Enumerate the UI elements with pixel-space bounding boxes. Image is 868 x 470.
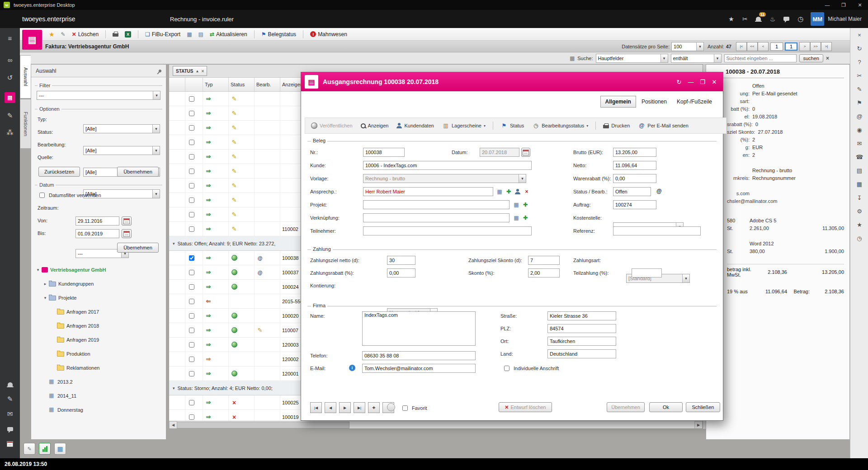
group-collapse-icon[interactable]: ▾ — [173, 386, 175, 390]
brutto-input[interactable] — [613, 148, 656, 157]
window-maximize-button[interactable]: ❐ — [835, 0, 852, 10]
right-rail-icon[interactable]: × — [850, 28, 868, 42]
right-rail-icon[interactable]: ✂ — [850, 69, 868, 82]
menu-icon[interactable]: ≡ — [0, 32, 20, 44]
page-input[interactable] — [785, 42, 797, 51]
row-checkbox[interactable] — [189, 197, 194, 203]
filter-select[interactable]: --- — [37, 91, 160, 100]
horizontal-scrollbar[interactable]: ◀ ▶ — [169, 421, 703, 428]
chat-icon[interactable] — [783, 16, 789, 22]
tab-auswahl[interactable]: Auswahl — [20, 55, 31, 99]
info-icon[interactable]: i — [349, 365, 355, 371]
next-page-button[interactable]: > — [799, 42, 810, 51]
row-checkbox[interactable] — [189, 313, 194, 319]
calendar-icon[interactable] — [0, 437, 20, 450]
right-rail-icon[interactable]: ↻ — [850, 42, 868, 55]
scroll-thumb[interactable] — [177, 422, 349, 428]
warenrabatt-input[interactable] — [613, 174, 656, 183]
belegstatus-button[interactable]: ⚑Belegstatus — [259, 30, 298, 38]
history-icon[interactable]: ↺ — [0, 71, 20, 84]
von-input[interactable] — [75, 216, 119, 226]
faktura-rail-icon[interactable]: ▤ — [0, 91, 20, 104]
status-button[interactable]: ⚑Status — [497, 121, 527, 131]
delete-draft-button[interactable]: ✕ Entwurf löschen — [499, 402, 552, 412]
fast-next-page-button[interactable]: >> — [810, 42, 821, 51]
header-typ[interactable]: Typ — [203, 78, 229, 91]
processing-status-button[interactable]: ◷Bearbeitungsstatus▾ — [529, 121, 591, 131]
window-minimize-button[interactable]: — — [819, 0, 835, 10]
netto-input[interactable] — [613, 161, 656, 170]
individual-address-checkbox[interactable] — [504, 366, 509, 371]
row-checkbox[interactable] — [189, 255, 194, 261]
row-checkbox[interactable] — [189, 96, 194, 102]
publish-button[interactable]: Veröffentlichen — [308, 121, 356, 130]
rail-bell-icon[interactable] — [0, 378, 20, 390]
nr-input[interactable] — [363, 148, 405, 157]
chart-view-button[interactable] — [39, 443, 51, 455]
delete-button[interactable]: ✕Löschen — [70, 30, 100, 38]
row-checkbox[interactable] — [189, 270, 194, 275]
favorit-checkbox[interactable] — [402, 405, 408, 411]
expander-icon[interactable]: ▾ — [35, 268, 41, 272]
tree-item[interactable]: Anfragen 2017 — [35, 305, 163, 319]
row-checkbox[interactable] — [189, 357, 194, 362]
record-nav-button[interactable]: ◀ — [325, 402, 336, 413]
row-checkbox[interactable] — [189, 226, 194, 232]
vorlage-select[interactable]: Rechnung - brutto — [363, 174, 526, 183]
show-button[interactable]: Anzeigen — [358, 122, 392, 130]
right-rail-icon[interactable]: @ — [850, 109, 868, 123]
notes-view-button[interactable]: ✎ — [24, 443, 35, 455]
name-textarea[interactable]: IndexTags.com — [362, 311, 476, 346]
rail-chat-icon[interactable] — [0, 423, 20, 435]
projekt-input[interactable] — [363, 200, 509, 209]
dialog-minimize-icon[interactable]: — — [685, 76, 697, 87]
dialog-refresh-icon[interactable]: ↻ — [673, 76, 685, 87]
customer-data-button[interactable]: Kundendaten — [393, 122, 437, 130]
search-field-select[interactable]: Hauptfelder — [596, 54, 668, 63]
zahlungsrabatt-input[interactable] — [387, 268, 415, 277]
kunde-input[interactable] — [363, 161, 532, 170]
telefon-input[interactable] — [362, 351, 476, 360]
links-icon[interactable]: ∞ — [0, 53, 20, 66]
email-input[interactable] — [362, 364, 476, 373]
row-checkbox[interactable] — [189, 154, 194, 160]
right-rail-icon[interactable]: ↧ — [850, 191, 868, 204]
window-close-button[interactable]: ✕ — [852, 0, 868, 10]
tree-item[interactable]: ▾ Projekte — [35, 291, 163, 305]
tab-positionen[interactable]: Positionen — [637, 96, 671, 107]
tab-funktionen[interactable]: Funktionen — [20, 99, 31, 149]
record-nav-button[interactable]: ▶| — [354, 402, 365, 413]
reset-button[interactable]: Zurücksetzen — [38, 167, 80, 177]
zahlungsziel-skonto-input[interactable] — [528, 256, 560, 265]
row-checkbox[interactable] — [189, 169, 194, 174]
teilzahlung-input[interactable] — [632, 268, 662, 277]
current-page-display[interactable] — [770, 42, 783, 51]
strasse-input[interactable] — [547, 311, 616, 320]
typ-select[interactable]: [Alle] — [83, 124, 160, 133]
verknuepfung-input[interactable] — [363, 213, 509, 222]
lookup-table-icon[interactable]: ▦ — [513, 201, 520, 208]
last-page-button[interactable]: >| — [821, 42, 832, 51]
scroll-right-arrow[interactable]: ▶ — [694, 421, 703, 429]
status-at-icon[interactable]: @ — [656, 188, 662, 194]
row-checkbox[interactable] — [189, 140, 194, 145]
right-rail-icon[interactable]: ▦ — [850, 177, 868, 191]
row-checkbox[interactable] — [189, 400, 194, 405]
mahnwesen-button[interactable]: !Mahnwesen — [308, 30, 349, 38]
status-select[interactable]: [Alle] — [83, 146, 160, 155]
scroll-left-arrow[interactable]: ◀ — [169, 421, 177, 429]
timer-icon[interactable]: ◷ — [797, 15, 803, 23]
compose-icon[interactable]: ✎ — [0, 393, 20, 405]
header-bearb[interactable]: Bearb. — [255, 78, 280, 91]
right-rail-icon[interactable]: ? — [850, 55, 868, 69]
ort-input[interactable] — [547, 337, 616, 346]
tree-item[interactable]: Anfragen 2019 — [35, 333, 163, 347]
edit-button[interactable]: ✎ — [59, 30, 67, 38]
dialog-close-icon[interactable]: ✕ — [708, 76, 720, 87]
contact-person-icon[interactable] — [514, 188, 521, 195]
search-grid-icon[interactable]: ▦ — [570, 55, 575, 61]
search-input[interactable] — [724, 54, 797, 62]
record-nav-button[interactable]: ✚ — [368, 402, 380, 413]
add-project-icon[interactable]: ✚ — [522, 201, 529, 208]
tree-item[interactable]: 2014_11 — [35, 389, 163, 403]
